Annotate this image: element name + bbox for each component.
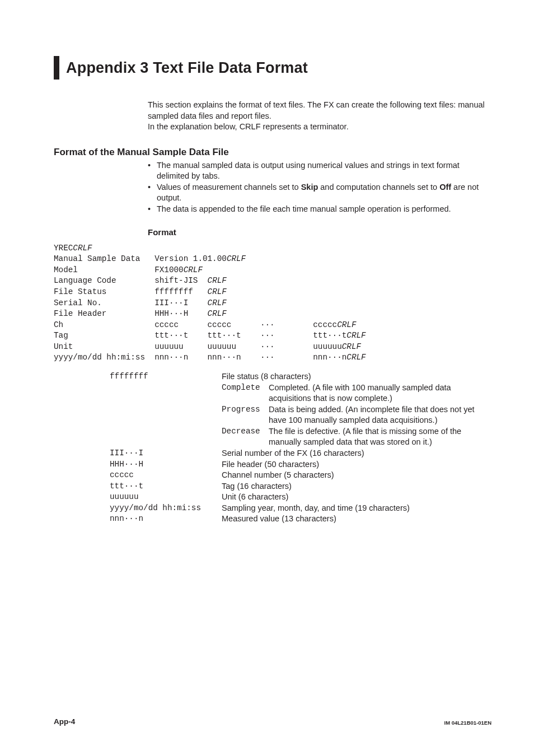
page-title: Appendix 3 Text File Data Format [66, 58, 308, 78]
def-key: ttt···t [110, 481, 222, 492]
def-val: Tag (16 characters) [222, 481, 491, 492]
sub-val: Completed. (A file with 100 manually sam… [269, 382, 491, 404]
def-key: nnn···n [110, 514, 222, 524]
def-key: ffffffff [110, 371, 222, 382]
heading-1-wrap: Appendix 3 Text File Data Format [54, 56, 491, 80]
def-val: File header (50 characters) [222, 459, 491, 470]
bullet-dot-icon: • [148, 160, 157, 182]
document-id: IM 04L21B01-01EN [444, 720, 491, 727]
text-span: Values of measurement channels set to [157, 183, 301, 192]
page-content: Appendix 3 Text File Data Format This se… [0, 0, 534, 558]
bullet-item: • Values of measurement channels set to … [148, 182, 491, 204]
bullet-list: • The manual sampled data is output usin… [148, 160, 491, 215]
def-val: File status (8 characters) Complete Comp… [222, 371, 491, 448]
sub-row-progress: Progress Data is being added. (An incomp… [222, 404, 491, 426]
sub-row-complete: Complete Completed. (A file with 100 man… [222, 382, 491, 404]
sub-val: Data is being added. (An incomplete file… [269, 404, 491, 426]
def-row-channel: ccccc Channel number (5 characters) [110, 470, 491, 481]
def-key: III···I [110, 448, 222, 459]
bold-span: Skip [301, 183, 318, 192]
def-key: yyyy/mo/dd hh:mi:ss [110, 503, 222, 514]
definitions-block: ffffffff File status (8 characters) Comp… [110, 371, 491, 525]
def-row-filestatus: ffffffff File status (8 characters) Comp… [110, 371, 491, 448]
def-val: Serial number of the FX (16 characters) [222, 448, 491, 459]
heading-bar [54, 56, 59, 80]
bold-span: Off [439, 183, 451, 192]
def-key: uuuuuu [110, 492, 222, 502]
def-desc: File status (8 characters) [222, 371, 491, 382]
bullet-item: • The data is appended to the file each … [148, 204, 491, 215]
def-val: Channel number (5 characters) [222, 470, 491, 481]
sub-key: Decrease [222, 426, 269, 437]
sub-row-decrease: Decrease The file is defective. (A file … [222, 426, 491, 448]
sub-key: Progress [222, 404, 269, 415]
intro-p2: In the explanation below, CRLF represent… [148, 122, 491, 133]
sub-key: Complete [222, 382, 269, 393]
sub-val: The file is defective. (A file that is m… [269, 426, 491, 448]
def-row-header: HHH···H File header (50 characters) [110, 459, 491, 470]
intro-block: This section explains the format of text… [148, 100, 491, 133]
def-key: HHH···H [110, 459, 222, 470]
format-heading: Format [148, 227, 491, 238]
bullet-dot-icon: • [148, 182, 157, 204]
def-row-serial: III···I Serial number of the FX (16 char… [110, 448, 491, 459]
intro-p1: This section explains the format of text… [148, 100, 491, 122]
bullet-dot-icon: • [148, 204, 157, 215]
def-row-tag: ttt···t Tag (16 characters) [110, 481, 491, 492]
page-number: App-4 [54, 717, 75, 727]
def-val: Unit (6 characters) [222, 492, 491, 503]
text-span: and computation channels set to [318, 183, 439, 192]
page-footer: App-4 IM 04L21B01-01EN [54, 717, 491, 727]
bullet-text: Values of measurement channels set to Sk… [157, 182, 491, 204]
def-val: Measured value (13 characters) [222, 514, 491, 525]
bullet-item: • The manual sampled data is output usin… [148, 160, 491, 182]
def-val: Sampling year, month, day, and time (19 … [222, 503, 491, 514]
format-block: YRECCRLF Manual Sample Data Version 1.01… [54, 243, 491, 363]
def-row-timestamp: yyyy/mo/dd hh:mi:ss Sampling year, month… [110, 503, 491, 514]
bullet-text: The manual sampled data is output using … [157, 160, 491, 182]
def-row-unit: uuuuuu Unit (6 characters) [110, 492, 491, 503]
def-row-value: nnn···n Measured value (13 characters) [110, 514, 491, 525]
section-heading: Format of the Manual Sample Data File [54, 146, 491, 159]
def-key: ccccc [110, 470, 222, 480]
bullet-text: The data is appended to the file each ti… [157, 204, 491, 215]
